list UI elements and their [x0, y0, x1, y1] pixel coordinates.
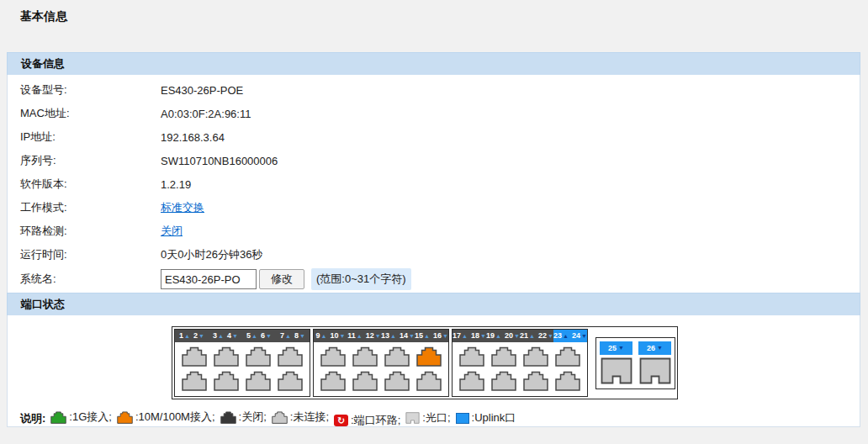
port-20-icon[interactable]: [491, 371, 516, 391]
port-26-icon[interactable]: [639, 357, 671, 384]
port-16-icon[interactable]: [416, 371, 442, 391]
port-block-grid: [175, 342, 310, 396]
port-4-icon[interactable]: [214, 371, 239, 391]
port-5-label: 5▲: [246, 330, 257, 342]
port-status-header: 端口状态: [7, 293, 860, 315]
port-14-label: 14▼: [400, 330, 415, 342]
port-17-icon[interactable]: [459, 346, 484, 367]
row-label: 设备型号:: [8, 82, 161, 98]
port-label-pair: 19▲20▼: [486, 330, 520, 342]
legend-item-label: :Uplink口: [472, 410, 516, 426]
port-21-label: 21▲: [520, 330, 535, 342]
port-label-pair: 7▲8▼: [276, 330, 310, 342]
legend-item-label: :10M/100M接入;: [135, 410, 215, 425]
up-triangle-icon: ▲: [462, 330, 468, 342]
legend-disconnected-icon-wrap: [272, 411, 288, 424]
fiber-port-26: 26▼: [638, 341, 671, 384]
legend-item-label: :光口;: [422, 410, 450, 426]
port-6-icon[interactable]: [246, 371, 271, 391]
port-label-pair: 21▲22▼: [520, 330, 553, 342]
device-model-value: ES430-26P-POE: [161, 84, 243, 97]
legend-closed-icon-wrap: [220, 411, 236, 424]
port-block: 9▲10▼11▲12▼13▲14▼15▲16▼: [313, 329, 449, 397]
modify-button[interactable]: 修改: [259, 269, 304, 289]
software-version-value: 1.2.19: [161, 178, 191, 191]
port-status-panel: 端口状态 1▲2▼3▲4▼5▲6▼7▲8▼ 9▲10▼11▲12▼13▲14▼1…: [7, 293, 860, 427]
port-block-grid: [453, 342, 587, 396]
port-10-icon[interactable]: [320, 371, 346, 391]
port-1-icon[interactable]: [182, 346, 207, 367]
port-19-label: 19▲: [486, 330, 501, 342]
up-triangle-icon: ▲: [357, 330, 363, 342]
legend-rj45-100m-icon: [117, 411, 133, 424]
legend-item-label: :未连接;: [290, 410, 329, 425]
legend-item: :10M/100M接入;: [117, 410, 215, 425]
port-25-icon[interactable]: [601, 357, 632, 384]
down-triangle-icon: ▼: [514, 330, 520, 342]
port-13-icon[interactable]: [384, 346, 410, 367]
port-21-icon[interactable]: [523, 346, 548, 367]
port-legend: 说明: :1G接入; :10M/100M接入; :关闭; :未连接;↻:端口环路…: [8, 410, 860, 428]
port-26-label: 26▼: [638, 341, 671, 355]
port-block: 1▲2▼3▲4▼5▲6▼7▲8▼: [174, 329, 310, 397]
up-triangle-icon: ▲: [495, 330, 501, 342]
legend-item: ↻:端口环路;: [334, 413, 400, 428]
mac-address-value: A0:03:0F:2A:96:11: [161, 108, 251, 120]
port-15-label: 15▲: [415, 330, 430, 342]
port-15-icon[interactable]: [416, 346, 442, 367]
port-11-icon[interactable]: [352, 346, 378, 367]
port-9-label: 9▲: [316, 330, 327, 342]
down-triangle-icon: ▼: [618, 345, 624, 351]
loop-detection-link[interactable]: 关闭: [161, 224, 183, 239]
ip-address-value: 192.168.3.64: [161, 131, 225, 144]
legend-rj45-disconnected-icon: [272, 411, 288, 424]
port-label-pair: 17▲18▼: [453, 330, 486, 342]
down-triangle-icon: ▼: [548, 330, 553, 342]
up-triangle-icon: ▲: [529, 330, 535, 342]
row-system-name: 系统名: 修改 (范围:0~31个字符): [8, 267, 860, 292]
port-label-pair: 9▲10▼: [314, 330, 347, 342]
port-18-label: 18▼: [471, 330, 486, 342]
port-22-icon[interactable]: [523, 371, 548, 391]
down-triangle-icon: ▼: [375, 330, 381, 342]
port-block-header: 17▲18▼19▲20▼21▲22▼23▲24▼: [453, 330, 587, 342]
port-3-label: 3▲: [213, 330, 224, 342]
fiber-port-block: 25▼ 26▼: [595, 337, 675, 389]
port-3-icon[interactable]: [214, 346, 239, 367]
down-triangle-icon: ▼: [232, 330, 238, 342]
up-triangle-icon: ▲: [390, 330, 396, 342]
legend-uplink-icon: [456, 413, 469, 424]
row-label: MAC地址:: [8, 106, 161, 121]
port-23-icon[interactable]: [555, 346, 580, 367]
port-status-body: 1▲2▼3▲4▼5▲6▼7▲8▼ 9▲10▼11▲12▼13▲14▼15▲16▼…: [7, 315, 860, 427]
port-2-icon[interactable]: [182, 371, 207, 391]
port-8-icon[interactable]: [278, 371, 303, 391]
work-mode-link[interactable]: 标准交换: [161, 200, 204, 215]
port-label-pair: 1▲2▼: [175, 330, 209, 342]
port-label-pair: 3▲4▼: [209, 330, 242, 342]
system-name-input[interactable]: [161, 269, 257, 289]
port-2-label: 2▼: [193, 330, 204, 342]
port-5-icon[interactable]: [246, 346, 271, 367]
legend-item: :1G接入;: [50, 410, 112, 425]
port-24-label: 24▼: [572, 330, 587, 342]
up-triangle-icon: ▲: [285, 330, 291, 342]
system-name-range-hint: (范围:0~31个字符): [311, 268, 411, 290]
up-triangle-icon: ▲: [563, 330, 569, 342]
down-triangle-icon: ▼: [581, 330, 587, 342]
port-14-icon[interactable]: [384, 371, 410, 391]
row-software-version: 软件版本: 1.2.19: [8, 172, 860, 196]
port-12-icon[interactable]: [352, 371, 378, 391]
legend-rj45-closed-icon: [220, 411, 236, 424]
port-19-icon[interactable]: [491, 346, 516, 367]
port-20-label: 20▼: [505, 330, 520, 342]
row-label: 环路检测:: [8, 224, 161, 239]
port-24-icon[interactable]: [555, 371, 580, 391]
device-info-body: 设备型号: ES430-26P-POE MAC地址: A0:03:0F:2A:9…: [7, 75, 860, 298]
down-triangle-icon: ▼: [340, 330, 346, 342]
port-7-icon[interactable]: [278, 346, 303, 367]
port-9-icon[interactable]: [320, 346, 346, 367]
port-17-label: 17▲: [453, 330, 468, 342]
port-18-icon[interactable]: [459, 371, 484, 391]
fiber-port-25: 25▼: [600, 341, 632, 384]
